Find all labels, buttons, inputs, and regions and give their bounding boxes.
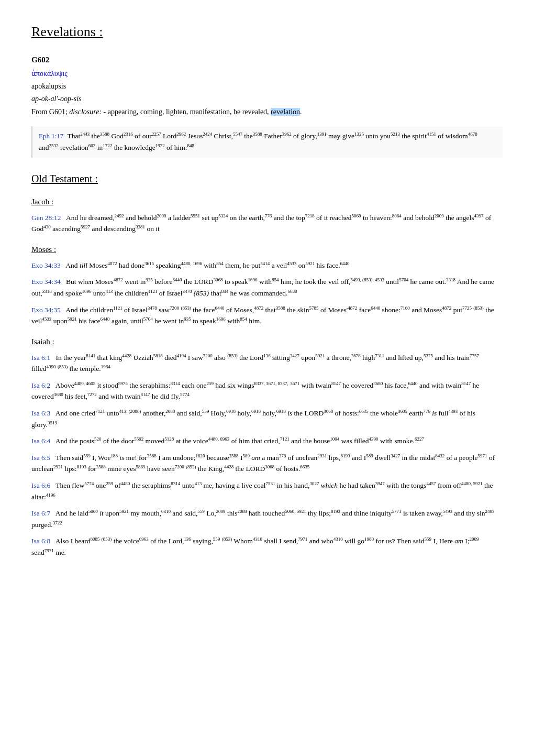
exo-34-33: Exo 34:33 And till Moses4872 had done361… [31,260,503,271]
strongs-number: G602 [31,53,503,66]
exo-34-33-ref: Exo 34:33 [31,261,61,269]
old-testament-heading: Old Testament : [31,170,503,187]
isaiah-heading: Isaiah : [31,335,503,348]
isa-6-6: Isa 6:6 Then flew5774 one259 of4480 the … [31,480,503,502]
isa-6-2-ref: Isa 6:2 [31,381,50,389]
gen-28-12-ref: Gen 28:12 [31,214,61,222]
isa-6-6-ref: Isa 6:6 [31,481,50,489]
greek-text: ἀποκάλυψις [31,68,503,80]
isa-6-5-ref: Isa 6:5 [31,454,50,462]
isa-6-1: Isa 6:1 In the year8141 that king4428 Uz… [31,352,503,375]
jacob-heading: Jacob : [31,195,503,208]
gen-28-12: Gen 28:12 And he dreamed,2492 and behold… [31,212,503,235]
isa-6-8-ref: Isa 6:8 [31,537,50,545]
isa-6-1-ref: Isa 6:1 [31,354,50,361]
pronunciation: ap-ok-al'-oop-sis [31,93,503,105]
isa-6-3: Isa 6:3 And one cried7121 unto413, (2088… [31,408,503,430]
page-title: Revelations : [31,21,503,43]
moses-section: Moses : Exo 34:33 And till Moses4872 had… [31,243,503,327]
isa-6-7-ref: Isa 6:7 [31,509,50,517]
nt-verse-ref: Eph 1:17 [39,132,63,140]
strongs-section: G602 ἀποκάλυψις apokalupsis ap-ok-al'-oo… [31,53,503,118]
definition: From G601; disclosure: - appearing, comi… [31,106,503,118]
moses-heading: Moses : [31,243,503,256]
jacob-section: Jacob : Gen 28:12 And he dreamed,2492 an… [31,195,503,235]
exo-34-35: Exo 34:35 And the children1121 of Israel… [31,304,503,327]
isaiah-section: Isaiah : Isa 6:1 In the year8141 that ki… [31,335,503,558]
exo-34-34-ref: Exo 34:34 [31,278,61,286]
nt-verse-block: Eph 1:17 That2443 the3588 God2316 of our… [31,126,503,157]
isa-6-4-ref: Isa 6:4 [31,437,50,445]
isa-6-4: Isa 6:4 And the posts520 of the door5592… [31,435,503,447]
isa-6-5: Isa 6:5 Then said559 I, Woe188 is me! fo… [31,452,503,475]
isa-6-3-ref: Isa 6:3 [31,409,50,417]
isa-6-7: Isa 6:7 And he laid5060 it upon5921 my m… [31,508,503,530]
exo-34-35-ref: Exo 34:35 [31,306,61,314]
highlighted-word: revelation [271,108,300,116]
isa-6-8: Isa 6:8 Also I heard8085 (853) the voice… [31,535,503,558]
exo-34-34: Exo 34:34 But when Moses4872 went in935 … [31,276,503,299]
isa-6-2: Isa 6:2 Above4480, 4605 it stood5975 the… [31,380,503,402]
transliteration: apokalupsis [31,81,503,92]
